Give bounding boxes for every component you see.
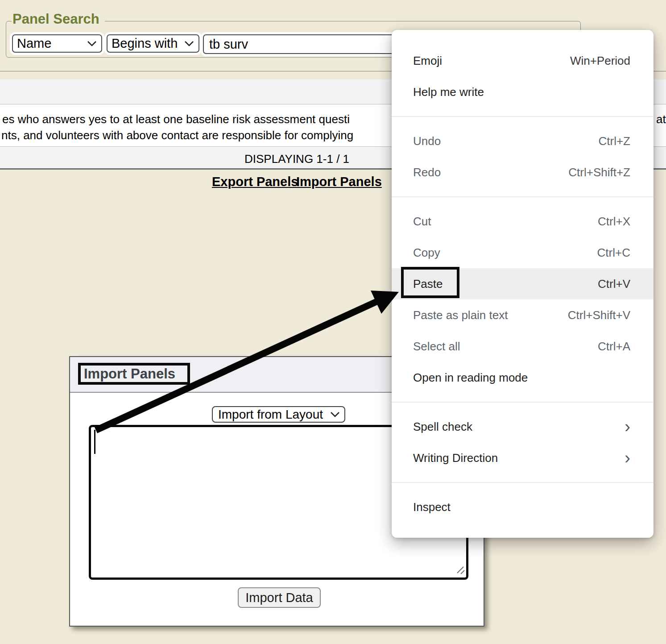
menu-item-label: Paste as plain text	[413, 308, 508, 322]
search-field-value: Name	[17, 36, 51, 51]
paste-annotation-box	[401, 267, 459, 298]
chevron-down-icon	[184, 41, 194, 46]
menu-separator	[392, 116, 654, 117]
search-field-select[interactable]: Name	[12, 34, 102, 53]
menu-item-writing-direction[interactable]: Writing Direction›	[392, 442, 654, 474]
description-line1: es who answers yes to at least one basel…	[2, 112, 350, 126]
menu-item-label: Undo	[413, 134, 441, 148]
menu-item-redo: RedoCtrl+Shift+Z	[392, 157, 654, 188]
menu-separator	[392, 402, 654, 403]
menu-item-cut: CutCtrl+X	[392, 206, 654, 237]
description-line1-overflow: at	[656, 112, 666, 126]
import-panels-link[interactable]: Import Panels	[296, 175, 382, 189]
menu-item-label: Cut	[413, 215, 431, 229]
menu-item-label: Emoji	[413, 54, 442, 68]
menu-item-copy: CopyCtrl+C	[392, 237, 654, 268]
menu-item-select-all: Select allCtrl+A	[392, 331, 654, 362]
menu-item-shortcut: Win+Period	[570, 54, 630, 68]
menu-item-shortcut: Ctrl+C	[597, 246, 630, 260]
menu-item-shortcut: Ctrl+Shift+V	[568, 308, 630, 322]
menu-item-shortcut: Ctrl+Z	[599, 134, 631, 148]
menu-item-label: Help me write	[413, 85, 484, 99]
menu-item-spell-check[interactable]: Spell check›	[392, 411, 654, 442]
menu-item-shortcut: Ctrl+X	[598, 215, 630, 229]
search-input-value: tb surv	[209, 37, 248, 52]
panel-search-legend: Panel Search	[12, 12, 105, 27]
page-canvas: Panel Search Name Begins with tb surv es…	[0, 0, 666, 644]
menu-item-label: Redo	[413, 166, 441, 179]
description-line2: nts, and volunteers with above contact a…	[1, 128, 353, 142]
menu-item-label: Open in reading mode	[413, 371, 528, 385]
menu-item-undo: UndoCtrl+Z	[392, 125, 654, 157]
menu-item-shortcut: Ctrl+V	[598, 277, 630, 291]
import-data-button[interactable]: Import Data	[238, 587, 321, 608]
menu-item-label: Writing Direction	[413, 451, 498, 465]
match-type-value: Begins with	[112, 36, 178, 51]
chevron-down-icon	[87, 41, 97, 46]
menu-item-open-in-reading-mode[interactable]: Open in reading mode	[392, 362, 654, 393]
menu-item-emoji[interactable]: EmojiWin+Period	[392, 45, 654, 76]
text-cursor	[94, 430, 95, 454]
chevron-right-icon: ›	[625, 422, 630, 431]
resize-handle-icon[interactable]	[455, 564, 465, 577]
match-type-select[interactable]: Begins with	[107, 34, 199, 53]
menu-item-inspect[interactable]: Inspect	[392, 491, 654, 523]
menu-item-help-me-write[interactable]: Help me write	[392, 76, 654, 108]
menu-item-label: Inspect	[413, 500, 451, 514]
menu-item-label: Copy	[413, 246, 440, 260]
menu-item-label: Select all	[413, 340, 460, 353]
menu-item-label: Spell check	[413, 420, 472, 434]
chevron-right-icon: ›	[625, 453, 630, 462]
menu-item-paste-as-plain-text: Paste as plain textCtrl+Shift+V	[392, 299, 654, 331]
export-panels-link[interactable]: Export Panels	[212, 175, 298, 189]
menu-separator	[392, 482, 654, 483]
import-panels-annotation-box	[78, 363, 190, 385]
chevron-down-icon	[330, 411, 340, 417]
import-source-select[interactable]: Import from Layout	[212, 406, 345, 423]
menu-separator	[392, 196, 654, 197]
import-source-value: Import from Layout	[218, 407, 323, 422]
menu-item-shortcut: Ctrl+Shift+Z	[568, 166, 630, 179]
menu-item-shortcut: Ctrl+A	[598, 340, 630, 353]
paging-status: DISPLAYING 1-1 / 1	[244, 152, 349, 166]
